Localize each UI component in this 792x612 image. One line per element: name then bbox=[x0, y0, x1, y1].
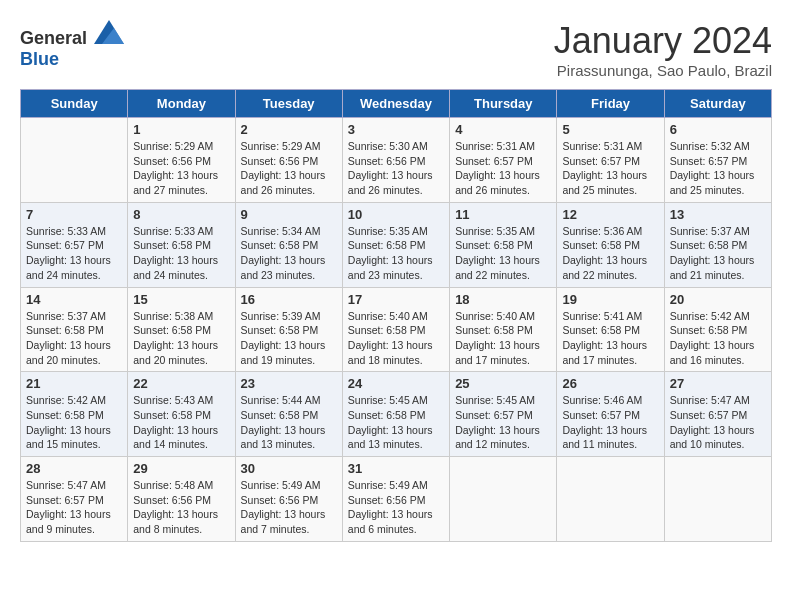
calendar-cell: 7Sunrise: 5:33 AM Sunset: 6:57 PM Daylig… bbox=[21, 202, 128, 287]
day-number: 29 bbox=[133, 461, 229, 476]
calendar-cell: 30Sunrise: 5:49 AM Sunset: 6:56 PM Dayli… bbox=[235, 457, 342, 542]
calendar-cell: 20Sunrise: 5:42 AM Sunset: 6:58 PM Dayli… bbox=[664, 287, 771, 372]
calendar-cell: 3Sunrise: 5:30 AM Sunset: 6:56 PM Daylig… bbox=[342, 118, 449, 203]
calendar-cell: 27Sunrise: 5:47 AM Sunset: 6:57 PM Dayli… bbox=[664, 372, 771, 457]
week-row-1: 1Sunrise: 5:29 AM Sunset: 6:56 PM Daylig… bbox=[21, 118, 772, 203]
title-area: January 2024 Pirassununga, Sao Paulo, Br… bbox=[554, 20, 772, 79]
calendar-table: SundayMondayTuesdayWednesdayThursdayFrid… bbox=[20, 89, 772, 542]
day-number: 26 bbox=[562, 376, 658, 391]
day-number: 1 bbox=[133, 122, 229, 137]
day-number: 3 bbox=[348, 122, 444, 137]
header-day-friday: Friday bbox=[557, 90, 664, 118]
calendar-cell: 19Sunrise: 5:41 AM Sunset: 6:58 PM Dayli… bbox=[557, 287, 664, 372]
calendar-cell bbox=[21, 118, 128, 203]
header-day-tuesday: Tuesday bbox=[235, 90, 342, 118]
cell-info: Sunrise: 5:47 AM Sunset: 6:57 PM Dayligh… bbox=[26, 478, 122, 537]
header-day-sunday: Sunday bbox=[21, 90, 128, 118]
day-number: 24 bbox=[348, 376, 444, 391]
week-row-4: 21Sunrise: 5:42 AM Sunset: 6:58 PM Dayli… bbox=[21, 372, 772, 457]
day-number: 31 bbox=[348, 461, 444, 476]
cell-info: Sunrise: 5:37 AM Sunset: 6:58 PM Dayligh… bbox=[26, 309, 122, 368]
logo-general: General bbox=[20, 28, 87, 48]
day-number: 30 bbox=[241, 461, 337, 476]
calendar-cell: 1Sunrise: 5:29 AM Sunset: 6:56 PM Daylig… bbox=[128, 118, 235, 203]
calendar-cell: 28Sunrise: 5:47 AM Sunset: 6:57 PM Dayli… bbox=[21, 457, 128, 542]
calendar-cell: 11Sunrise: 5:35 AM Sunset: 6:58 PM Dayli… bbox=[450, 202, 557, 287]
day-number: 14 bbox=[26, 292, 122, 307]
day-number: 28 bbox=[26, 461, 122, 476]
cell-info: Sunrise: 5:30 AM Sunset: 6:56 PM Dayligh… bbox=[348, 139, 444, 198]
logo-text: General Blue bbox=[20, 20, 124, 70]
cell-info: Sunrise: 5:32 AM Sunset: 6:57 PM Dayligh… bbox=[670, 139, 766, 198]
cell-info: Sunrise: 5:44 AM Sunset: 6:58 PM Dayligh… bbox=[241, 393, 337, 452]
cell-info: Sunrise: 5:40 AM Sunset: 6:58 PM Dayligh… bbox=[455, 309, 551, 368]
month-title: January 2024 bbox=[554, 20, 772, 62]
day-number: 27 bbox=[670, 376, 766, 391]
calendar-cell: 14Sunrise: 5:37 AM Sunset: 6:58 PM Dayli… bbox=[21, 287, 128, 372]
header-day-thursday: Thursday bbox=[450, 90, 557, 118]
calendar-cell: 8Sunrise: 5:33 AM Sunset: 6:58 PM Daylig… bbox=[128, 202, 235, 287]
calendar-cell bbox=[664, 457, 771, 542]
calendar-cell: 9Sunrise: 5:34 AM Sunset: 6:58 PM Daylig… bbox=[235, 202, 342, 287]
cell-info: Sunrise: 5:33 AM Sunset: 6:58 PM Dayligh… bbox=[133, 224, 229, 283]
cell-info: Sunrise: 5:31 AM Sunset: 6:57 PM Dayligh… bbox=[562, 139, 658, 198]
cell-info: Sunrise: 5:31 AM Sunset: 6:57 PM Dayligh… bbox=[455, 139, 551, 198]
day-number: 9 bbox=[241, 207, 337, 222]
cell-info: Sunrise: 5:49 AM Sunset: 6:56 PM Dayligh… bbox=[348, 478, 444, 537]
calendar-cell bbox=[557, 457, 664, 542]
calendar-cell: 4Sunrise: 5:31 AM Sunset: 6:57 PM Daylig… bbox=[450, 118, 557, 203]
calendar-cell: 31Sunrise: 5:49 AM Sunset: 6:56 PM Dayli… bbox=[342, 457, 449, 542]
calendar-cell: 18Sunrise: 5:40 AM Sunset: 6:58 PM Dayli… bbox=[450, 287, 557, 372]
calendar-cell: 6Sunrise: 5:32 AM Sunset: 6:57 PM Daylig… bbox=[664, 118, 771, 203]
cell-info: Sunrise: 5:38 AM Sunset: 6:58 PM Dayligh… bbox=[133, 309, 229, 368]
header-day-monday: Monday bbox=[128, 90, 235, 118]
day-number: 25 bbox=[455, 376, 551, 391]
day-number: 11 bbox=[455, 207, 551, 222]
cell-info: Sunrise: 5:48 AM Sunset: 6:56 PM Dayligh… bbox=[133, 478, 229, 537]
day-number: 6 bbox=[670, 122, 766, 137]
week-row-2: 7Sunrise: 5:33 AM Sunset: 6:57 PM Daylig… bbox=[21, 202, 772, 287]
header-day-wednesday: Wednesday bbox=[342, 90, 449, 118]
cell-info: Sunrise: 5:47 AM Sunset: 6:57 PM Dayligh… bbox=[670, 393, 766, 452]
calendar-cell: 22Sunrise: 5:43 AM Sunset: 6:58 PM Dayli… bbox=[128, 372, 235, 457]
calendar-cell: 5Sunrise: 5:31 AM Sunset: 6:57 PM Daylig… bbox=[557, 118, 664, 203]
cell-info: Sunrise: 5:49 AM Sunset: 6:56 PM Dayligh… bbox=[241, 478, 337, 537]
header-row: SundayMondayTuesdayWednesdayThursdayFrid… bbox=[21, 90, 772, 118]
header-day-saturday: Saturday bbox=[664, 90, 771, 118]
calendar-cell: 23Sunrise: 5:44 AM Sunset: 6:58 PM Dayli… bbox=[235, 372, 342, 457]
calendar-cell bbox=[450, 457, 557, 542]
calendar-cell: 10Sunrise: 5:35 AM Sunset: 6:58 PM Dayli… bbox=[342, 202, 449, 287]
calendar-cell: 24Sunrise: 5:45 AM Sunset: 6:58 PM Dayli… bbox=[342, 372, 449, 457]
cell-info: Sunrise: 5:41 AM Sunset: 6:58 PM Dayligh… bbox=[562, 309, 658, 368]
cell-info: Sunrise: 5:29 AM Sunset: 6:56 PM Dayligh… bbox=[241, 139, 337, 198]
cell-info: Sunrise: 5:33 AM Sunset: 6:57 PM Dayligh… bbox=[26, 224, 122, 283]
cell-info: Sunrise: 5:34 AM Sunset: 6:58 PM Dayligh… bbox=[241, 224, 337, 283]
cell-info: Sunrise: 5:35 AM Sunset: 6:58 PM Dayligh… bbox=[348, 224, 444, 283]
week-row-5: 28Sunrise: 5:47 AM Sunset: 6:57 PM Dayli… bbox=[21, 457, 772, 542]
day-number: 21 bbox=[26, 376, 122, 391]
calendar-cell: 2Sunrise: 5:29 AM Sunset: 6:56 PM Daylig… bbox=[235, 118, 342, 203]
day-number: 18 bbox=[455, 292, 551, 307]
day-number: 13 bbox=[670, 207, 766, 222]
day-number: 19 bbox=[562, 292, 658, 307]
day-number: 2 bbox=[241, 122, 337, 137]
calendar-cell: 17Sunrise: 5:40 AM Sunset: 6:58 PM Dayli… bbox=[342, 287, 449, 372]
calendar-cell: 26Sunrise: 5:46 AM Sunset: 6:57 PM Dayli… bbox=[557, 372, 664, 457]
calendar-cell: 15Sunrise: 5:38 AM Sunset: 6:58 PM Dayli… bbox=[128, 287, 235, 372]
calendar-cell: 21Sunrise: 5:42 AM Sunset: 6:58 PM Dayli… bbox=[21, 372, 128, 457]
calendar-cell: 16Sunrise: 5:39 AM Sunset: 6:58 PM Dayli… bbox=[235, 287, 342, 372]
cell-info: Sunrise: 5:40 AM Sunset: 6:58 PM Dayligh… bbox=[348, 309, 444, 368]
day-number: 16 bbox=[241, 292, 337, 307]
cell-info: Sunrise: 5:37 AM Sunset: 6:58 PM Dayligh… bbox=[670, 224, 766, 283]
day-number: 7 bbox=[26, 207, 122, 222]
calendar-cell: 13Sunrise: 5:37 AM Sunset: 6:58 PM Dayli… bbox=[664, 202, 771, 287]
subtitle: Pirassununga, Sao Paulo, Brazil bbox=[554, 62, 772, 79]
day-number: 10 bbox=[348, 207, 444, 222]
calendar-cell: 12Sunrise: 5:36 AM Sunset: 6:58 PM Dayli… bbox=[557, 202, 664, 287]
logo-icon bbox=[94, 20, 124, 44]
calendar-cell: 25Sunrise: 5:45 AM Sunset: 6:57 PM Dayli… bbox=[450, 372, 557, 457]
cell-info: Sunrise: 5:39 AM Sunset: 6:58 PM Dayligh… bbox=[241, 309, 337, 368]
day-number: 4 bbox=[455, 122, 551, 137]
cell-info: Sunrise: 5:43 AM Sunset: 6:58 PM Dayligh… bbox=[133, 393, 229, 452]
cell-info: Sunrise: 5:42 AM Sunset: 6:58 PM Dayligh… bbox=[26, 393, 122, 452]
